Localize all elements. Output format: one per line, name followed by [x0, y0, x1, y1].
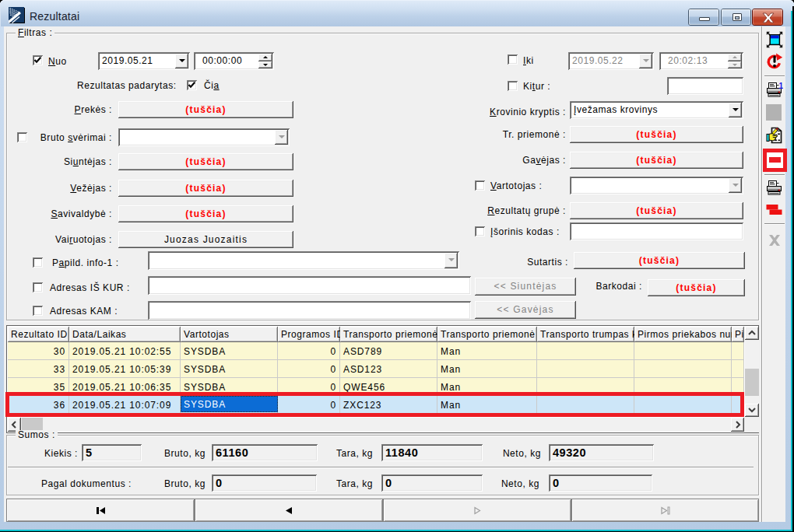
svg-text:1: 1: [779, 82, 783, 90]
